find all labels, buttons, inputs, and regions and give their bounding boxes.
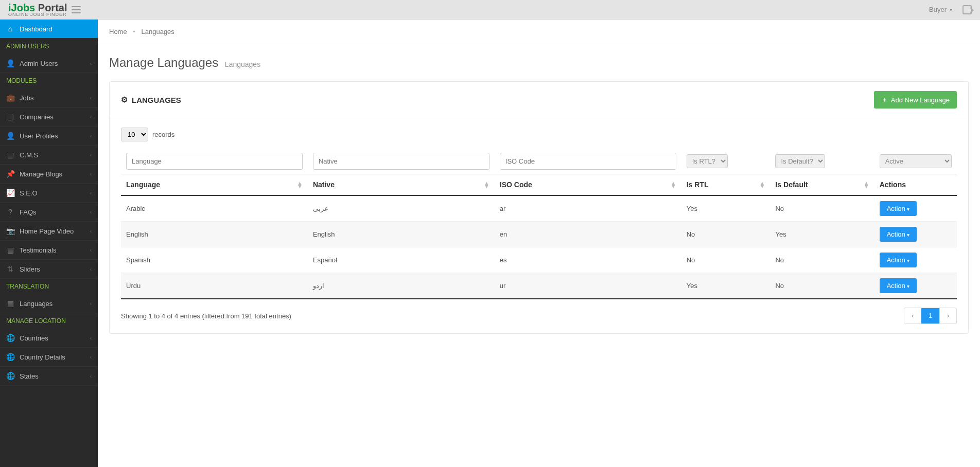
pin-icon: 📌 (6, 170, 14, 178)
chevron-right-icon: ‹ (90, 266, 92, 272)
sidebar-item-jobs[interactable]: 💼Jobs‹ (0, 88, 98, 107)
col-language[interactable]: Language▲▼ (121, 174, 308, 196)
cell-language: Arabic (121, 195, 308, 222)
sidebar-item-label: Companies (20, 113, 54, 121)
menu-toggle-icon[interactable] (72, 6, 81, 13)
chevron-down-icon: ▾ (950, 7, 952, 12)
user-menu[interactable]: Buyer ▾ (929, 6, 952, 13)
sidebar-item-label: C.M.S (20, 151, 38, 159)
sidebar-item-dashboard[interactable]: ⌂Dashboard (0, 20, 98, 39)
col-native[interactable]: Native▲▼ (308, 174, 495, 196)
cell-language: Spanish (121, 247, 308, 273)
sidebar-item-home-page-video[interactable]: 📷Home Page Video‹ (0, 222, 98, 241)
col-actions[interactable]: Actions (874, 174, 957, 196)
sidebar-item-faqs[interactable]: ?FAQs‹ (0, 203, 98, 222)
sort-icon: ▲▼ (671, 182, 676, 188)
pager-prev[interactable]: ‹ (904, 308, 921, 324)
chevron-right-icon: ‹ (90, 335, 92, 341)
lang-icon: ▤ (6, 299, 14, 308)
logout-icon[interactable] (962, 5, 972, 14)
help-icon: ? (6, 208, 14, 216)
sort-icon: ▲▼ (484, 182, 489, 188)
sort-icon: ▲▼ (760, 182, 765, 188)
filter-rtl[interactable]: Is RTL? (687, 154, 728, 168)
pager-next[interactable]: › (939, 308, 956, 324)
chevron-right-icon: ‹ (90, 301, 92, 307)
main-content: Home • Languages Manage Languages Langua… (98, 20, 980, 467)
col-is-default[interactable]: Is Default▲▼ (770, 174, 874, 196)
filter-iso[interactable] (500, 153, 676, 170)
plus-icon: ＋ (881, 95, 888, 104)
chevron-right-icon: ‹ (90, 114, 92, 120)
languages-panel: ⚙ LANGUAGES ＋ Add New Language 10 record… (109, 81, 969, 334)
cell-native: Español (308, 247, 495, 273)
table-row: ArabicعربىarYesNoAction ▾ (121, 195, 957, 222)
breadcrumb-home[interactable]: Home (109, 28, 127, 35)
sidebar-item-languages[interactable]: ▤Languages‹ (0, 294, 98, 313)
sidebar-item-admin-users[interactable]: 👤Admin Users‹ (0, 54, 98, 73)
cell-def: No (770, 195, 874, 222)
sidebar-item-label: Jobs (20, 94, 33, 102)
sidebar-item-countries[interactable]: 🌐Countries‹ (0, 329, 98, 348)
sidebar-item-label: FAQs (20, 208, 37, 216)
cell-def: Yes (770, 222, 874, 247)
briefcase-icon: 💼 (6, 94, 14, 102)
sidebar: ⌂DashboardADMIN USERS👤Admin Users‹MODULE… (0, 20, 98, 467)
row-action-button[interactable]: Action ▾ (880, 201, 917, 216)
page-length-select[interactable]: 10 (121, 128, 148, 141)
table-row: SpanishEspañolesNoNoAction ▾ (121, 247, 957, 273)
building-icon: ▥ (6, 113, 14, 121)
sidebar-item-s-e-o[interactable]: 📈S.E.O‹ (0, 184, 98, 203)
cell-def: No (770, 247, 874, 273)
sidebar-item-states[interactable]: 🌐States‹ (0, 367, 98, 386)
sidebar-item-label: Languages (20, 300, 52, 308)
topbar: iJobs Portal ONLINE JOBS FINDER Buyer ▾ (0, 0, 980, 20)
sidebar-item-label: Home Page Video (20, 227, 74, 235)
globe-icon: 🌐 (6, 334, 14, 342)
breadcrumb-current: Languages (142, 28, 174, 35)
logo[interactable]: iJobs Portal ONLINE JOBS FINDER (8, 3, 81, 17)
chevron-right-icon: ‹ (90, 133, 92, 139)
filter-default[interactable]: Is Default? (775, 154, 825, 168)
pager-page-1[interactable]: 1 (921, 308, 939, 324)
languages-table: Is RTL? Is Default? Active Language▲▼Nat… (121, 149, 957, 299)
add-language-button[interactable]: ＋ Add New Language (874, 91, 957, 109)
sidebar-item-manage-blogs[interactable]: 📌Manage Blogs‹ (0, 165, 98, 184)
cell-rtl: Yes (681, 195, 771, 222)
sidebar-item-testimonials[interactable]: ▤Testimonials‹ (0, 241, 98, 260)
length-label: records (152, 131, 174, 138)
col-iso-code[interactable]: ISO Code▲▼ (495, 174, 681, 196)
row-action-button[interactable]: Action ▾ (880, 253, 917, 267)
chevron-down-icon: ▾ (907, 258, 909, 263)
cell-native: English (308, 222, 495, 247)
chevron-right-icon: ‹ (90, 61, 92, 66)
sidebar-item-label: States (20, 372, 39, 380)
sidebar-item-label: User Profiles (20, 132, 58, 140)
chevron-down-icon: ▾ (907, 206, 909, 212)
row-action-button[interactable]: Action ▾ (880, 278, 917, 293)
sidebar-item-label: Testimonials (20, 246, 57, 254)
gear-icon: ⚙ (121, 95, 128, 104)
sidebar-item-user-profiles[interactable]: 👤User Profiles‹ (0, 127, 98, 146)
filter-active[interactable]: Active (880, 154, 952, 168)
table-info: Showing 1 to 4 of 4 entries (filtered fr… (121, 312, 291, 320)
sidebar-item-country-details[interactable]: 🌐Country Details‹ (0, 348, 98, 367)
sidebar-item-label: S.E.O (20, 189, 38, 197)
cell-rtl: No (681, 222, 771, 247)
globe-icon: 🌐 (6, 372, 14, 380)
sidebar-item-c-m-s[interactable]: ▤C.M.S‹ (0, 146, 98, 165)
home-icon: ⌂ (6, 25, 14, 33)
row-action-button[interactable]: Action ▾ (880, 227, 917, 242)
sidebar-item-label: Manage Blogs (20, 170, 62, 178)
cell-native: عربى (308, 195, 495, 222)
chevron-right-icon: ‹ (90, 228, 92, 234)
file-icon: ▤ (6, 151, 14, 159)
cell-rtl: Yes (681, 273, 771, 299)
filter-language[interactable] (126, 153, 303, 170)
page-subtitle: Languages (225, 60, 260, 68)
filter-native[interactable] (313, 153, 489, 170)
col-is-rtl[interactable]: Is RTL▲▼ (681, 174, 771, 196)
sidebar-item-companies[interactable]: ▥Companies‹ (0, 107, 98, 127)
sidebar-item-sliders[interactable]: ⇅Sliders‹ (0, 260, 98, 279)
chevron-right-icon: ‹ (90, 209, 92, 215)
